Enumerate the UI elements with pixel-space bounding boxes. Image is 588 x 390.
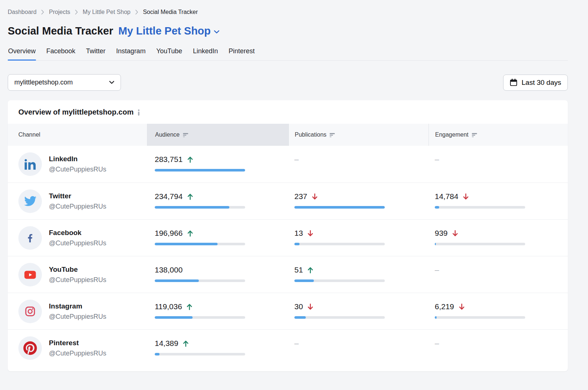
avatar — [18, 336, 42, 360]
table-row: Instagram@CutePuppiesRUs 119,036 30 6,21… — [8, 293, 568, 329]
table-row: YouTube@CutePuppiesRUs 138,000 51 – — [8, 256, 568, 293]
channel-cell: Facebook@CutePuppiesRUs — [8, 220, 147, 256]
publications-value: 13 — [294, 229, 303, 238]
engagement-cell: 14,784 — [429, 183, 568, 219]
page-header: Social Media Tracker My Little Pet Shop — [8, 25, 568, 37]
channel-handle: @CutePuppiesRUs — [49, 203, 106, 210]
avatar — [18, 152, 42, 176]
calendar-icon — [510, 79, 517, 86]
column-header-audience[interactable]: Audience — [147, 124, 288, 146]
channel-cell: Pinterest@CutePuppiesRUs — [8, 330, 147, 366]
date-range-button[interactable]: Last 30 days — [503, 75, 568, 91]
publications-bar — [294, 206, 385, 209]
channel-handle: @CutePuppiesRUs — [49, 239, 106, 247]
audience-bar — [155, 243, 245, 245]
project-name: My Little Pet Shop — [118, 25, 211, 37]
youtube-icon — [24, 268, 36, 281]
avatar — [18, 300, 42, 323]
publications-cell: 51 — [288, 256, 429, 293]
audience-cell: 14,389 — [147, 330, 288, 366]
pinterest-icon — [23, 341, 37, 355]
engagement-value: – — [435, 266, 439, 274]
tab-twitter[interactable]: Twitter — [86, 45, 106, 60]
chevron-right-icon — [41, 10, 44, 15]
audience-cell: 234,794 — [147, 183, 288, 219]
engagement-bar — [435, 316, 525, 319]
card-title: Overview of mylittlepetshop.com — [18, 108, 133, 116]
tab-bar: Overview Facebook Twitter Instagram YouT… — [8, 45, 568, 61]
channel-name[interactable]: Facebook — [49, 229, 106, 237]
trend-icon — [308, 230, 313, 237]
page: Dashboard Projects My Little Pet Shop So… — [0, 0, 588, 371]
trend-icon — [183, 340, 189, 347]
profile-select[interactable]: mylittlepetshop.com — [8, 74, 121, 91]
channel-handle: @CutePuppiesRUs — [49, 313, 106, 321]
column-header-engagement[interactable]: Engagement — [429, 124, 568, 146]
engagement-value: – — [435, 155, 439, 164]
engagement-value: 6,219 — [435, 302, 454, 311]
channel-name[interactable]: Twitter — [49, 192, 106, 200]
page-title: Social Media Tracker — [8, 25, 113, 37]
channel-name[interactable]: Instagram — [49, 302, 106, 310]
card-header: Overview of mylittlepetshop.com — [8, 100, 568, 124]
engagement-value: 14,784 — [435, 192, 458, 201]
trend-icon — [459, 303, 465, 310]
publications-cell: 13 — [288, 220, 429, 256]
publications-value: 30 — [294, 302, 303, 311]
sort-icon — [183, 133, 189, 138]
channel-cell: YouTube@CutePuppiesRUs — [8, 256, 147, 293]
project-selector[interactable]: My Little Pet Shop — [118, 25, 219, 37]
publications-cell: 237 — [288, 183, 429, 219]
column-header-channel: Channel — [8, 124, 147, 146]
table-row: Pinterest@CutePuppiesRUs 14,389 – – — [8, 329, 568, 366]
audience-bar — [155, 169, 245, 171]
tab-youtube[interactable]: YouTube — [156, 45, 183, 60]
tab-overview[interactable]: Overview — [8, 45, 36, 60]
table-row: Twitter@CutePuppiesRUs 234,794 237 14,78… — [8, 183, 568, 219]
engagement-cell: – — [429, 256, 568, 293]
breadcrumb-projects[interactable]: Projects — [49, 9, 70, 15]
engagement-bar — [435, 243, 525, 245]
trend-icon — [187, 303, 192, 310]
channel-cell: Twitter@CutePuppiesRUs — [8, 183, 147, 219]
engagement-cell: – — [429, 146, 568, 183]
chevron-down-icon — [109, 81, 114, 84]
tab-facebook[interactable]: Facebook — [46, 45, 76, 60]
trend-icon — [308, 303, 313, 310]
avatar — [18, 263, 42, 286]
audience-value: 234,794 — [155, 192, 183, 201]
breadcrumb-project-name[interactable]: My Little Pet Shop — [83, 9, 130, 15]
audience-value: 196,966 — [155, 229, 183, 238]
tab-pinterest[interactable]: Pinterest — [228, 45, 255, 60]
channel-name[interactable]: Pinterest — [49, 339, 106, 347]
publications-value: 237 — [294, 192, 307, 201]
tab-instagram[interactable]: Instagram — [116, 45, 146, 60]
chevron-right-icon — [135, 10, 138, 15]
breadcrumb-current: Social Media Tracker — [143, 9, 198, 15]
engagement-cell: 6,219 — [429, 293, 568, 329]
audience-bar — [155, 279, 245, 282]
trend-icon — [187, 193, 193, 200]
audience-cell: 283,751 — [147, 146, 288, 183]
channel-name[interactable]: LinkedIn — [49, 155, 106, 163]
breadcrumb-dashboard[interactable]: Dashboard — [8, 9, 36, 15]
engagement-bar — [435, 206, 525, 209]
engagement-value: 939 — [435, 229, 448, 238]
audience-cell: 119,036 — [147, 293, 288, 329]
audience-value: 138,000 — [155, 266, 183, 274]
instagram-icon — [25, 306, 36, 317]
column-header-publications[interactable]: Publications — [288, 124, 429, 146]
trend-icon — [308, 267, 313, 274]
tab-linkedin[interactable]: LinkedIn — [193, 45, 218, 60]
channel-cell: Instagram@CutePuppiesRUs — [8, 293, 147, 329]
audience-value: 119,036 — [155, 302, 182, 311]
audience-cell: 138,000 — [147, 256, 288, 293]
trend-icon — [463, 193, 469, 200]
trend-icon — [187, 230, 193, 237]
channel-name[interactable]: YouTube — [49, 266, 106, 274]
info-icon[interactable] — [137, 109, 140, 116]
facebook-icon — [25, 232, 36, 243]
publications-bar — [294, 279, 385, 282]
engagement-cell: – — [429, 330, 568, 366]
channel-handle: @CutePuppiesRUs — [49, 166, 106, 173]
